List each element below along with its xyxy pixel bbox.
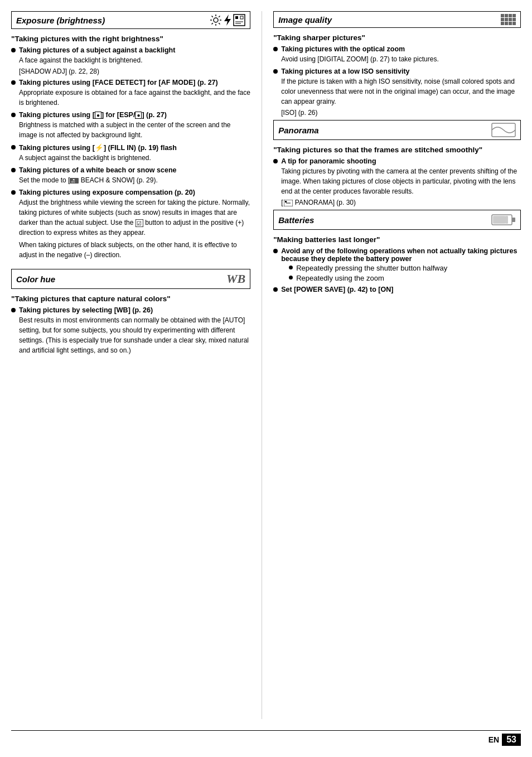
- panorama-subsection-title: "Taking pictures so that the frames are …: [273, 146, 521, 154]
- bullet-ref: [SHADOW ADJ] (p. 22, 28): [19, 67, 250, 75]
- bullet-bold-text: Avoid any of the following operations wh…: [281, 247, 521, 263]
- bullet-bold-text: Taking pictures of a subject against a b…: [19, 46, 175, 54]
- exposure-section-header: Exposure (brightness): [11, 11, 250, 29]
- footer-page-number: 53: [502, 734, 521, 746]
- bullet-text: Avoid using [DIGITAL ZOOM] (p. 27) to ta…: [281, 54, 521, 64]
- bullet-text: If the picture is taken with a high ISO …: [281, 76, 521, 107]
- batteries-subsection-title: "Making batteries last longer": [273, 235, 521, 244]
- image-quality-icon-container: [501, 14, 516, 25]
- bullet-item-iso: Taking pictures at a low ISO sensitivity…: [273, 67, 521, 117]
- grid-icon: [501, 14, 516, 25]
- wb-icon-container: WB: [226, 272, 245, 286]
- svg-rect-25: [493, 216, 505, 224]
- sub-bullet-dot: [289, 266, 293, 269]
- exposure-title: Exposure (brightness): [16, 16, 105, 25]
- battery-icon: [491, 213, 516, 227]
- color-hue-subsection-title: "Taking pictures that capture natural co…: [11, 295, 250, 303]
- panorama-section-header: Panorama: [273, 120, 521, 140]
- bullet-dot: [273, 287, 278, 292]
- bullet-bold-text: A tip for panoramic shooting: [281, 157, 376, 165]
- bullet-dot: [11, 48, 16, 52]
- batteries-section-header: Batteries: [273, 210, 521, 230]
- bullet-text: Set the mode to [🏖 BEACH & SNOW] (p. 29)…: [19, 175, 250, 185]
- page: Exposure (brightness): [0, 0, 532, 757]
- bullet-dot: [273, 249, 278, 253]
- bullet-ref: [ PANORAMA] (p. 30): [281, 199, 521, 206]
- panorama-title: Panorama: [278, 126, 319, 135]
- bullet-text-6a: Adjust the brightness while viewing the …: [19, 197, 250, 238]
- bullet-text: Best results in most environments can no…: [19, 315, 250, 355]
- sub-bullet-zoom: Repeatedly using the zoom: [289, 274, 521, 282]
- bullet-text: A subject against the backlight is brigh…: [19, 153, 250, 163]
- bullet-dot: [11, 168, 16, 172]
- batteries-title: Batteries: [278, 215, 314, 225]
- svg-line-6: [219, 23, 220, 24]
- exposure-subsection-title: "Taking pictures with the right brightne…: [11, 35, 250, 43]
- bullet-bold-text: Taking pictures at a low ISO sensitivity: [281, 67, 409, 75]
- svg-rect-24: [512, 218, 515, 222]
- page-footer: EN 53: [11, 730, 521, 746]
- panorama-icon: [491, 123, 516, 137]
- bullet-dot: [11, 308, 16, 312]
- bullet-item-backlight: Taking pictures of a subject against a b…: [11, 46, 250, 75]
- bullet-bold-text: Taking pictures using [⚡] (FILL IN) (p. …: [19, 143, 177, 152]
- bullet-dot: [11, 113, 16, 117]
- svg-point-0: [214, 18, 218, 22]
- bullet-item-exposure-comp: Taking pictures using exposure compensat…: [11, 189, 250, 260]
- bullet-item-fill-in: Taking pictures using [⚡] (FILL IN) (p. …: [11, 143, 250, 163]
- left-column: Exposure (brightness): [11, 11, 262, 719]
- bullet-text-6b: When taking pictures of black subjects, …: [19, 240, 250, 260]
- image-quality-subsection-title: "Taking sharper pictures": [273, 33, 521, 42]
- right-column: Image quality: [262, 11, 521, 719]
- color-hue-title: Color hue: [16, 274, 55, 284]
- sub-bullet-shutter: Repeatedly pressing the shutter button h…: [289, 264, 521, 272]
- bullet-text: A face against the backlight is brighten…: [19, 55, 250, 65]
- exposure-icons: [210, 14, 245, 26]
- bullet-dot: [11, 145, 16, 150]
- bullet-item-beach-snow: Taking pictures of a white beach or snow…: [11, 166, 250, 185]
- bullet-item-power-save: Set [POWER SAVE] (p. 42) to [ON]: [273, 286, 521, 293]
- sun-icon: [210, 14, 222, 26]
- bullet-item-esp: Taking pictures using [●] for [ESP/●] (p…: [11, 111, 250, 140]
- bullet-bold-text: Taking pictures with the optical zoom: [281, 45, 405, 53]
- sub-bullet-text: Repeatedly using the zoom: [296, 274, 384, 282]
- svg-rect-12: [240, 16, 243, 19]
- svg-text:☑: ☑: [137, 220, 142, 226]
- sub-bullet-text: Repeatedly pressing the shutter button h…: [296, 264, 447, 272]
- svg-line-7: [219, 16, 220, 17]
- color-hue-section-header: Color hue WB: [11, 269, 250, 289]
- bullet-dot: [11, 80, 16, 85]
- bullet-bold-text: Taking pictures using exposure compensat…: [19, 189, 195, 196]
- bullet-bold-text: Taking pictures by selecting [WB] (p. 26…: [19, 306, 153, 314]
- sub-bullet-dot: [289, 276, 293, 279]
- bullet-bold-text: Taking pictures using [FACE DETECT] for …: [19, 79, 218, 86]
- bullet-bold-text: Taking pictures of a white beach or snow…: [19, 166, 176, 174]
- bullet-item-face-detect: Taking pictures using [FACE DETECT] for …: [11, 79, 250, 108]
- bullet-bold-text: Set [POWER SAVE] (p. 42) to [ON]: [281, 286, 393, 293]
- bullet-dot: [273, 159, 278, 163]
- bullet-text: Appropriate exposure is obtained for a f…: [19, 88, 250, 108]
- bullet-item-avoid-operations: Avoid any of the following operations wh…: [273, 247, 521, 282]
- bullet-dot: [273, 69, 278, 74]
- content-columns: Exposure (brightness): [11, 11, 521, 719]
- battery-icon-container: [491, 213, 516, 227]
- footer-lang: EN: [489, 735, 499, 744]
- bullet-bold-text: Taking pictures using [●] for [ESP/●] (p…: [19, 111, 167, 119]
- bullet-ref: [ISO] (p. 26): [281, 109, 521, 117]
- panorama-icon-container: [491, 123, 516, 137]
- bullet-item-panoramic-shooting: A tip for panoramic shooting Taking pict…: [273, 157, 521, 206]
- svg-rect-26: [505, 216, 508, 224]
- bullet-text: Taking pictures by pivoting with the cam…: [281, 166, 521, 196]
- wb-icon: WB: [226, 272, 245, 286]
- flash-icon: [223, 14, 232, 26]
- bullet-item-wb: Taking pictures by selecting [WB] (p. 26…: [11, 306, 250, 355]
- svg-marker-9: [224, 15, 231, 26]
- bullet-text: Brightness is matched with a subject in …: [19, 120, 250, 140]
- frame-icon: [233, 14, 245, 26]
- bullet-dot: [273, 47, 278, 51]
- svg-rect-11: [235, 16, 238, 19]
- svg-line-8: [212, 23, 213, 24]
- svg-rect-22: [285, 201, 287, 202]
- svg-line-5: [212, 16, 213, 17]
- bullet-dot: [11, 190, 16, 195]
